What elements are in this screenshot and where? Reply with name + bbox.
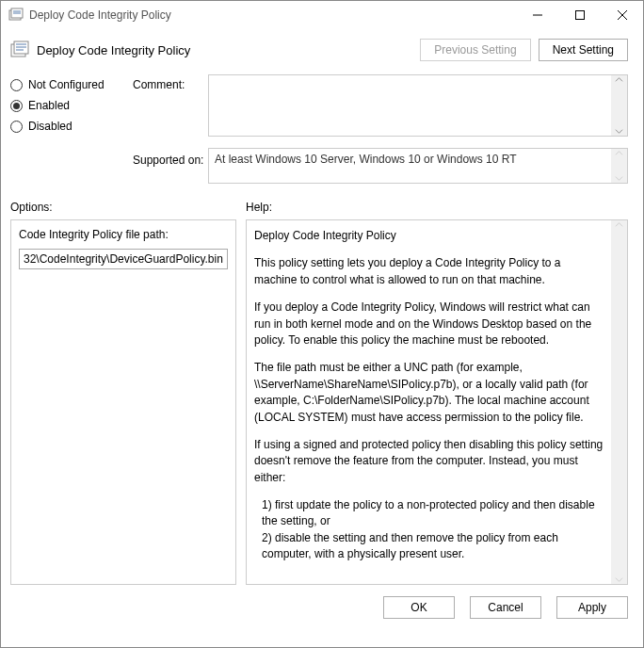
radio-disabled[interactable]: Disabled bbox=[10, 120, 133, 133]
comment-label: Comment: bbox=[133, 74, 208, 140]
path-input[interactable] bbox=[19, 249, 228, 269]
ok-button[interactable]: OK bbox=[383, 596, 455, 619]
close-button[interactable] bbox=[601, 1, 643, 29]
scroll-down-icon bbox=[615, 575, 623, 584]
window-title: Deploy Code Integrity Policy bbox=[29, 8, 516, 22]
policy-title: Deploy Code Integrity Policy bbox=[37, 43, 420, 57]
state-radios: Not Configured Enabled Disabled bbox=[10, 74, 133, 140]
help-list-item: 1) first update the policy to a non-prot… bbox=[254, 497, 606, 530]
radio-dot-icon bbox=[10, 79, 23, 91]
supported-on-text: At least Windows 10 Server, Windows 10 o… bbox=[208, 148, 628, 184]
radio-enabled[interactable]: Enabled bbox=[10, 99, 133, 112]
previous-setting-button: Previous Setting bbox=[420, 39, 530, 61]
help-title: Deploy Code Integrity Policy bbox=[254, 228, 606, 244]
radio-not-configured[interactable]: Not Configured bbox=[10, 78, 133, 91]
scroll-up-icon bbox=[615, 149, 623, 157]
svg-rect-5 bbox=[575, 11, 584, 20]
radio-label: Disabled bbox=[28, 120, 72, 133]
supported-on-value: At least Windows 10 Server, Windows 10 o… bbox=[215, 153, 517, 166]
scroll-up-icon bbox=[615, 75, 623, 84]
scroll-down-icon bbox=[615, 127, 623, 136]
titlebar: Deploy Code Integrity Policy bbox=[1, 1, 643, 29]
radio-label: Not Configured bbox=[28, 78, 105, 91]
dialog-footer: OK Cancel Apply bbox=[1, 592, 643, 628]
help-list-item: 2) disable the setting and then remove t… bbox=[254, 530, 606, 563]
help-paragraph: If you deploy a Code Integrity Policy, W… bbox=[254, 300, 606, 348]
policy-icon bbox=[10, 40, 29, 59]
radio-dot-icon bbox=[10, 100, 23, 112]
cancel-button[interactable]: Cancel bbox=[470, 596, 541, 619]
help-paragraph: The file path must be either a UNC path … bbox=[254, 360, 606, 426]
maximize-button[interactable] bbox=[558, 1, 601, 29]
scrollbar[interactable] bbox=[611, 149, 627, 183]
path-label: Code Integrity Policy file path: bbox=[19, 228, 228, 241]
help-label: Help: bbox=[246, 201, 272, 214]
gp-icon bbox=[8, 8, 24, 23]
apply-button[interactable]: Apply bbox=[556, 596, 628, 619]
help-paragraph: This policy setting lets you deploy a Co… bbox=[254, 255, 606, 288]
help-panel: Deploy Code Integrity Policy This policy… bbox=[246, 219, 628, 585]
comment-textarea[interactable] bbox=[208, 74, 628, 137]
scrollbar[interactable] bbox=[611, 75, 627, 136]
options-panel: Code Integrity Policy file path: bbox=[10, 219, 236, 585]
minimize-button[interactable] bbox=[516, 1, 558, 29]
policy-header: Deploy Code Integrity Policy Previous Se… bbox=[1, 29, 643, 71]
scroll-down-icon bbox=[615, 174, 623, 183]
next-setting-button[interactable]: Next Setting bbox=[539, 39, 628, 61]
radio-label: Enabled bbox=[28, 99, 70, 112]
scroll-up-icon bbox=[615, 220, 623, 229]
options-label: Options: bbox=[10, 201, 246, 214]
help-paragraph: If using a signed and protected policy t… bbox=[254, 437, 606, 486]
scrollbar[interactable] bbox=[611, 220, 627, 584]
supported-on-label: Supported on: bbox=[133, 148, 208, 167]
radio-dot-icon bbox=[10, 121, 23, 133]
